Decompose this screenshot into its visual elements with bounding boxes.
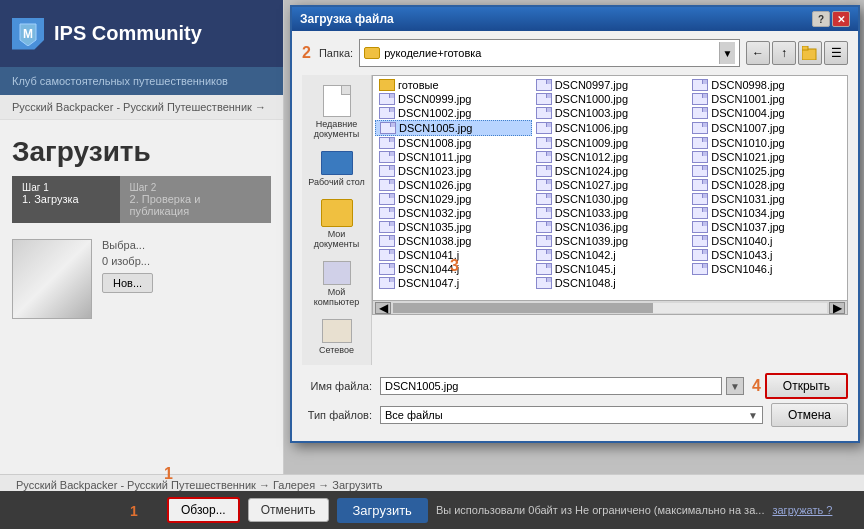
sidebar-item-mypc[interactable]: Мойкомпьютер — [302, 255, 371, 313]
file-item[interactable]: DSCN1048.j — [532, 276, 689, 290]
file-item[interactable]: DSCN1046.j — [688, 262, 845, 276]
file-item[interactable]: DSCN0997.jpg — [532, 78, 689, 92]
file-item[interactable]: DSCN1000.jpg — [532, 92, 689, 106]
file-icon — [379, 165, 395, 177]
upload-area: Выбра... 0 изобр... Нов... — [12, 239, 271, 319]
file-item[interactable]: DSCN1036.jpg — [532, 220, 689, 234]
file-item[interactable]: DSCN1038.jpg — [375, 234, 532, 248]
cancel-button[interactable]: Отменить — [248, 498, 329, 522]
file-item[interactable]: DSCN1002.jpg — [375, 106, 532, 120]
recent-docs-icon — [323, 85, 351, 117]
file-item[interactable]: DSCN1023.jpg — [375, 164, 532, 178]
file-item[interactable]: DSCN1033.jpg — [532, 206, 689, 220]
file-item[interactable]: DSCN1032.jpg — [375, 206, 532, 220]
open-button[interactable]: Открыть — [765, 373, 848, 399]
sidebar-item-mydocs[interactable]: Моидокументы — [302, 193, 371, 255]
sidebar-item-network[interactable]: Сетевое — [302, 313, 371, 361]
dialog-cancel-button[interactable]: Отмена — [771, 403, 848, 427]
file-item[interactable]: DSCN1007.jpg — [688, 120, 845, 136]
file-item[interactable]: DSCN1010.jpg — [688, 136, 845, 150]
filename-input-wrap: ▼ — [380, 377, 744, 395]
file-item[interactable]: DSCN1025.jpg — [688, 164, 845, 178]
file-label: DSCN1043.j — [711, 249, 772, 261]
file-label: DSCN1006.jpg — [555, 122, 628, 134]
file-icon — [536, 79, 552, 91]
sidebar-item-recent[interactable]: Недавниедокументы — [302, 79, 371, 145]
horizontal-scrollbar[interactable]: ◀ ▶ — [373, 300, 847, 314]
step2-title: Шаг 2 — [130, 182, 261, 193]
file-item[interactable]: DSCN1009.jpg — [532, 136, 689, 150]
file-item[interactable]: DSCN1029.jpg — [375, 192, 532, 206]
file-label: DSCN1030.jpg — [555, 193, 628, 205]
sidebar-item-desktop[interactable]: Рабочий стол — [302, 145, 371, 193]
file-item[interactable]: DSCN1034.jpg — [688, 206, 845, 220]
step2-label: 2. Проверка и публикация — [130, 193, 261, 217]
scrollbar-thumb[interactable] — [393, 303, 653, 313]
step1-title: Шаг 1 — [22, 182, 110, 193]
close-button[interactable]: ✕ — [832, 11, 850, 27]
file-item[interactable]: DSCN1043.j — [688, 248, 845, 262]
file-item[interactable]: DSCN1037.jpg — [688, 220, 845, 234]
file-label: DSCN0999.jpg — [398, 93, 471, 105]
filename-input[interactable] — [380, 377, 722, 395]
file-item[interactable]: DSCN1047.j — [375, 276, 532, 290]
folder-combo[interactable]: рукоделие+готовка ▼ — [359, 39, 740, 67]
quota-link[interactable]: загружать ? — [772, 504, 832, 516]
upload-main-button[interactable]: Загрузить — [337, 498, 428, 523]
nav-back-button[interactable]: ← — [746, 41, 770, 65]
file-icon — [536, 107, 552, 119]
scroll-right-button[interactable]: ▶ — [829, 302, 845, 314]
file-label: DSCN1011.jpg — [398, 151, 471, 163]
filetype-input-wrap: Все файлы ▼ — [380, 406, 763, 424]
file-dialog: Загрузка файла ? ✕ 2 Папка: рукоделие+го… — [290, 5, 860, 443]
folder-dropdown-arrow[interactable]: ▼ — [719, 42, 735, 64]
file-icon — [692, 165, 708, 177]
files-count: 0 изобр... — [102, 255, 271, 267]
app-title: IPS Community — [54, 22, 202, 45]
filetype-combo[interactable]: Все файлы ▼ — [380, 406, 763, 424]
folder-bar: 2 Папка: рукоделие+готовка ▼ ← ↑ ☰ — [302, 39, 848, 67]
file-item[interactable]: DSCN1042.j — [532, 248, 689, 262]
file-icon — [692, 151, 708, 163]
file-item[interactable]: DSCN0998.jpg — [688, 78, 845, 92]
file-icon — [379, 93, 395, 105]
file-item[interactable]: DSCN1021.jpg — [688, 150, 845, 164]
file-item[interactable]: DSCN1008.jpg — [375, 136, 532, 150]
new-button[interactable]: Нов... — [102, 273, 153, 293]
nav-view-button[interactable]: ☰ — [824, 41, 848, 65]
file-item[interactable]: DSCN1001.jpg — [688, 92, 845, 106]
scroll-left-button[interactable]: ◀ — [375, 302, 391, 314]
file-item[interactable]: DSCN1012.jpg — [532, 150, 689, 164]
dialog-main: Недавниедокументы Рабочий стол Моидокуме… — [302, 75, 848, 365]
badge-4: 4 — [752, 377, 761, 395]
file-item[interactable]: DSCN1024.jpg — [532, 164, 689, 178]
file-label: DSCN1001.jpg — [711, 93, 784, 105]
file-item[interactable]: DSCN1027.jpg — [532, 178, 689, 192]
file-item[interactable]: DSCN1011.jpg — [375, 150, 532, 164]
folder-name: рукоделие+готовка — [384, 47, 715, 59]
file-item[interactable]: DSCN1026.jpg — [375, 178, 532, 192]
nav-new-folder-button[interactable] — [798, 41, 822, 65]
file-item[interactable]: DSCN1035.jpg — [375, 220, 532, 234]
file-item[interactable]: DSCN1006.jpg — [532, 120, 689, 136]
file-item[interactable]: DSCN1030.jpg — [532, 192, 689, 206]
file-item[interactable]: DSCN1039.jpg — [532, 234, 689, 248]
nav-up-button[interactable]: ↑ — [772, 41, 796, 65]
file-item[interactable]: DSCN1028.jpg — [688, 178, 845, 192]
file-item[interactable]: DSCN0999.jpg — [375, 92, 532, 106]
file-item[interactable]: DSCN1045.j — [532, 262, 689, 276]
obzor-button[interactable]: Обзор... — [167, 497, 240, 523]
file-label: DSCN1034.jpg — [711, 207, 784, 219]
file-item[interactable]: DSCN1005.jpg — [375, 120, 532, 136]
file-item[interactable]: DSCN1040.j — [688, 234, 845, 248]
svg-text:M: M — [23, 27, 33, 41]
filetype-value: Все файлы — [385, 409, 443, 421]
file-item[interactable]: DSCN1004.jpg — [688, 106, 845, 120]
help-button[interactable]: ? — [812, 11, 830, 27]
filename-dropdown[interactable]: ▼ — [726, 377, 744, 395]
file-label: DSCN1040.j — [711, 235, 772, 247]
file-icon — [692, 93, 708, 105]
file-item[interactable]: готовые — [375, 78, 532, 92]
file-item[interactable]: DSCN1031.jpg — [688, 192, 845, 206]
file-item[interactable]: DSCN1003.jpg — [532, 106, 689, 120]
